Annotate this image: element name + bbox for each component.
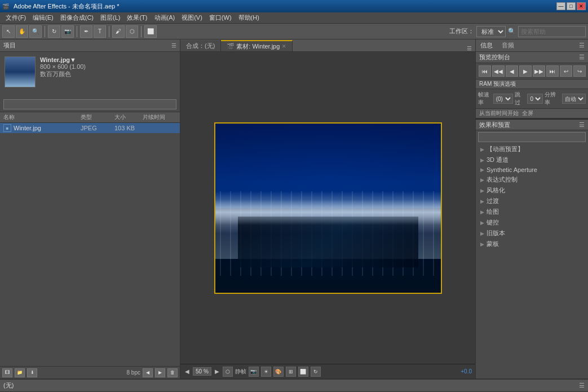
workspace-select[interactable]: 标准 (476, 26, 506, 37)
list-item[interactable]: ▶ 表达式控制 (476, 174, 588, 185)
menu-edit[interactable]: 编辑(E) (29, 12, 57, 23)
preview-audio-btn[interactable]: ↪ (573, 65, 586, 77)
zoom-out-btn[interactable]: ◀ (184, 368, 191, 375)
speed-select[interactable]: (0) (493, 94, 513, 104)
tool-zoom[interactable]: 🔍 (29, 25, 42, 38)
footage-tab[interactable]: 🎬 素材: Winter.jpg ✕ (221, 40, 293, 51)
tool-camera[interactable]: 📷 (61, 25, 74, 38)
effects-menu-btn[interactable]: ☰ (579, 121, 585, 129)
minimize-button[interactable]: — (556, 2, 565, 10)
next-btn[interactable]: ▶ (155, 368, 165, 377)
new-folder-btn[interactable]: 📁 (15, 368, 25, 377)
tool-hand[interactable]: ✋ (16, 25, 28, 38)
delete-btn[interactable]: 🗑 (167, 368, 178, 377)
timeline-header: (无) ☰ (0, 380, 588, 392)
zoom-level[interactable]: 50 % (193, 367, 211, 376)
right-panel-inner: 信息 音频 ☰ 预览控制台 ☰ ⏮ ◀◀ ◀ ▶ ▶▶ (476, 39, 588, 378)
footage-tab-close[interactable]: ✕ (282, 43, 286, 49)
viewer-panel-menu-btn[interactable]: ☰ (467, 45, 475, 51)
menu-help[interactable]: 帮助(H) (235, 12, 263, 23)
project-panel: 项目 ☰ Winter.jpg▼ 800 × 600 (1.00) 数百万颜色 (0, 39, 180, 378)
fit-btn[interactable]: ⬡ (223, 367, 233, 377)
project-panel-header: 项目 ☰ (0, 39, 180, 52)
snapshot-btn[interactable]: 📷 (249, 367, 259, 377)
preview-last-btn[interactable]: ⏭ (546, 65, 559, 77)
menu-file[interactable]: 文件(F) (2, 12, 29, 23)
col-size-header: 大小 (114, 113, 143, 121)
skip-label: 跳过 (515, 91, 526, 107)
app-icon: 🎬 (2, 3, 9, 10)
resolution-select[interactable]: 自动 (562, 94, 586, 104)
list-item[interactable]: ▶ 绘图 (476, 206, 588, 217)
preview-rewind-btn[interactable]: ◀◀ (492, 65, 505, 77)
close-button[interactable]: ✕ (577, 2, 586, 10)
tool-brush[interactable]: 🖌 (112, 25, 125, 38)
menu-view[interactable]: 视图(V) (178, 12, 206, 23)
toolbar-sep-3 (109, 26, 109, 37)
menu-composition[interactable]: 图像合成(C) (57, 12, 97, 23)
import-btn[interactable]: ⬇ (27, 368, 37, 377)
tool-shape[interactable]: ⬜ (144, 25, 157, 38)
list-item[interactable]: ▶ 旧版本 (476, 228, 588, 239)
effects-list: ▶ 【动画预置】 ▶ 3D 通道 ▶ Synthetic Aperture (476, 144, 588, 378)
info-tab[interactable]: 信息 (476, 40, 497, 51)
timeline-menu-btn[interactable]: ☰ (579, 382, 585, 389)
main-area: 项目 ☰ Winter.jpg▼ 800 × 600 (1.00) 数百万颜色 (0, 39, 588, 378)
ram-options-bar: RAM 预演选项 (476, 79, 588, 89)
list-item[interactable]: ▶ 蒙板 (476, 239, 588, 249)
viewer-tool-1[interactable]: ☀ (261, 367, 271, 377)
preview-back-btn[interactable]: ◀ (506, 65, 518, 77)
audio-tab[interactable]: 音频 (497, 40, 519, 51)
menu-window[interactable]: 窗口(W) (206, 12, 235, 23)
prev-btn[interactable]: ◀ (143, 368, 153, 377)
preview-forward-btn[interactable]: ▶▶ (533, 65, 545, 77)
project-search-input[interactable] (3, 99, 176, 109)
list-item[interactable]: ▶ 【动画预置】 (476, 144, 588, 155)
list-item[interactable]: ▶ 键控 (476, 217, 588, 228)
tool-pen[interactable]: ✒ (80, 25, 92, 38)
effect-arrow-8: ▶ (480, 231, 484, 236)
file-list-header: 名称 类型 大小 片续时间 (0, 112, 180, 123)
preview-play-btn[interactable]: ▶ (519, 65, 532, 77)
viewer-tool-4[interactable]: ⬜ (298, 367, 308, 377)
viewer-tool-2[interactable]: 🎨 (273, 367, 284, 377)
list-item[interactable]: ■ Winter.jpg JPEG 103 KB (0, 123, 180, 133)
preview-first-btn[interactable]: ⏮ (479, 65, 491, 77)
timeline-title: (无) (3, 381, 579, 390)
maximize-button[interactable]: □ (567, 2, 576, 10)
preview-menu-btn[interactable]: ☰ (579, 54, 585, 61)
list-item[interactable]: ▶ Synthetic Aperture (476, 165, 588, 174)
effect-arrow-2: ▶ (480, 167, 484, 173)
menu-effects[interactable]: 效果(T) (123, 12, 151, 23)
list-item[interactable]: ▶ 3D 通道 (476, 155, 588, 165)
viewer-tool-5[interactable]: ↻ (311, 367, 321, 377)
zoom-in-btn[interactable]: ▶ (214, 368, 220, 375)
tool-rotate[interactable]: ↻ (48, 25, 60, 38)
skip-select[interactable]: 0 (527, 94, 543, 104)
effects-search-input[interactable] (478, 132, 586, 142)
list-item[interactable]: ▶ 过渡 (476, 196, 588, 206)
help-search-input[interactable] (518, 26, 586, 37)
effect-name-0: 【动画预置】 (487, 145, 524, 153)
viewer-tool-3[interactable]: ⊞ (286, 367, 296, 377)
search-icon: 🔍 (508, 28, 516, 35)
timeline-panel: (无) ☰ ⬡ ⊞ ◀ ▶ ⬜ ◻ ◼ ☉ ♪ 🔒 # 层名称 父级 (0, 378, 588, 392)
asset-info: Winter.jpg▼ 800 × 600 (1.00) 数百万颜色 (40, 56, 86, 78)
center-panel: 合成：(无) 🎬 素材: Winter.jpg ✕ ☰ (180, 39, 475, 378)
tool-stamp[interactable]: ⬡ (126, 25, 138, 38)
effect-arrow-3: ▶ (480, 177, 484, 183)
preview-section: 预览控制台 ☰ ⏮ ◀◀ ◀ ▶ ▶▶ ⏭ ↩ ↪ (476, 52, 588, 119)
file-icon: ■ (3, 124, 11, 132)
menu-layer[interactable]: 图层(L) (97, 12, 123, 23)
tool-text[interactable]: T (94, 25, 106, 38)
info-panel-menu-btn[interactable]: ☰ (579, 42, 588, 49)
new-composition-btn[interactable]: 🎞 (2, 368, 12, 377)
tool-arrow[interactable]: ↖ (2, 25, 15, 38)
list-item[interactable]: ▶ 风格化 (476, 185, 588, 196)
project-panel-menu-btn[interactable]: ☰ (171, 42, 176, 49)
menu-animation[interactable]: 动画(A) (151, 12, 179, 23)
composition-tab[interactable]: 合成：(无) (180, 40, 221, 51)
preview-loop-btn[interactable]: ↩ (560, 65, 572, 77)
toolbar-sep-4 (141, 26, 142, 37)
effect-arrow-1: ▶ (480, 157, 484, 163)
